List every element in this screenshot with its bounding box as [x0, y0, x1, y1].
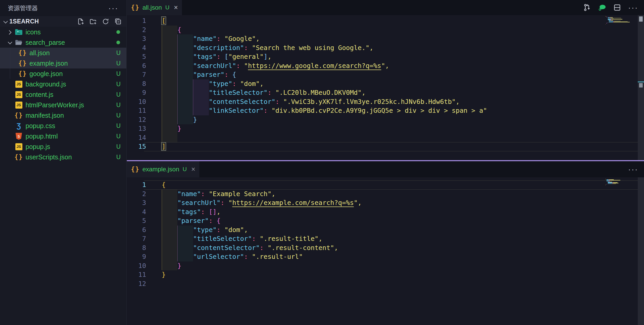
open-folder-icon [15, 39, 23, 46]
code-line-12: 12 } [127, 115, 644, 124]
code-line-1: 1{ [127, 180, 644, 190]
code-line-5: 5 "tags": ["general"], [127, 52, 644, 61]
untracked-badge: U [116, 102, 121, 109]
code-line-2: 2 "name": "Example Search", [127, 190, 644, 199]
code-line-6: 6 "searchUrl": "https://www.google.com/s… [127, 61, 644, 71]
overview-line-marker [639, 83, 643, 88]
explorer-section-header[interactable]: 1SEARCH [0, 16, 126, 27]
file-icon-box: {} [14, 153, 23, 161]
file-icon-box: {} [18, 49, 27, 57]
code-line-14: 14 [127, 133, 644, 142]
scrollbar-track[interactable] [638, 15, 644, 160]
tree-item-content-js[interactable]: JScontent.jsU [0, 89, 126, 100]
minimap-line [612, 19, 622, 20]
scrollbar-track[interactable] [638, 177, 644, 325]
minimap-line [605, 185, 606, 185]
line-number: 15 [127, 142, 146, 151]
tab-all-json[interactable]: {} all.json U × [127, 0, 182, 15]
minimap-line [621, 18, 621, 18]
tree-item-manifest-json[interactable]: {}manifest.jsonU [0, 110, 126, 121]
close-icon[interactable]: × [191, 165, 195, 173]
minimap-line [614, 22, 630, 22]
file-icon-box [14, 29, 23, 35]
code-text: "tags": [], [162, 208, 221, 217]
js-icon: JS [15, 81, 22, 88]
editor-group-bottom: {} example.json U × ··· 1{2 "name": "Exa… [127, 161, 644, 325]
tree-item-popup-html[interactable]: 5popup.htmlU [0, 131, 126, 141]
code-line-11: 11} [127, 270, 644, 279]
modified-dot-badge [116, 30, 120, 34]
tree-item-userScripts-json[interactable]: {}userScripts.jsonU [0, 152, 126, 162]
line-number: 13 [127, 124, 146, 133]
file-label: popup.js [26, 143, 50, 151]
json-icon: {} [18, 70, 27, 77]
refresh-icon[interactable] [102, 18, 109, 25]
line-number: 12 [127, 279, 146, 289]
chat-bubble-icon[interactable] [598, 4, 606, 11]
minimap-line [607, 17, 607, 17]
scrollbar-thumb[interactable] [639, 16, 643, 22]
modified-dot-badge [116, 41, 120, 44]
css-icon: Ʒ [17, 122, 21, 129]
chevron-box [5, 30, 14, 34]
minimap-line [609, 22, 613, 22]
line-number: 8 [127, 243, 146, 253]
minimap-line [607, 23, 607, 23]
new-file-icon[interactable] [77, 18, 84, 25]
more-actions-icon[interactable]: ··· [628, 165, 638, 174]
tree-item-example-json[interactable]: {}example.jsonU [0, 58, 126, 68]
tree-item-htmlParserWorker-js[interactable]: JShtmlParserWorker.jsU [0, 100, 126, 110]
code-editor-all-json[interactable]: 1[2 {3 "name": "Google",4 "description":… [127, 15, 644, 160]
untracked-badge: U [116, 122, 121, 129]
code-text: "linkSelector": "div.kb0PBd.cvP2Ce.A9Y9g… [162, 106, 487, 115]
file-icon-box: JS [14, 143, 23, 150]
tree-item-popup-css[interactable]: Ʒpopup.cssU [0, 121, 126, 131]
untracked-badge: U [116, 49, 121, 57]
untracked-badge: U [116, 133, 121, 140]
json-icon: {} [15, 112, 23, 119]
line-number: 2 [127, 26, 146, 35]
file-label: all.json [29, 49, 50, 57]
line-number: 11 [127, 106, 146, 115]
file-label: google.json [29, 70, 63, 78]
editor-split-sash[interactable] [127, 160, 644, 161]
code-text: [ [162, 16, 166, 26]
tree-item-all-json[interactable]: {}all.jsonU [0, 48, 126, 58]
code-line-8: 8 "type": "dom", [127, 79, 644, 89]
js-icon: JS [15, 102, 22, 109]
untracked-badge: U [116, 154, 121, 161]
json-file-icon: {} [131, 4, 140, 11]
close-icon[interactable]: × [174, 4, 178, 12]
sidebar-header: 资源管理器 ··· [0, 0, 126, 16]
line-number: 3 [127, 34, 146, 43]
line-number: 3 [127, 198, 146, 208]
code-editor-example-json[interactable]: 1{2 "name": "Example Search",3 "searchUr… [127, 177, 644, 325]
tree-item-google-json[interactable]: {}google.jsonU [0, 68, 126, 79]
images-folder-icon [15, 29, 23, 35]
code-line-5: 5 "parser": { [127, 216, 644, 226]
code-text: "contentSelector": ".VwiC3b.yXK7lf.lVm3y… [162, 97, 460, 107]
editor-actions-top: ··· [583, 0, 644, 15]
untracked-badge: U [116, 91, 121, 98]
more-actions-icon[interactable]: ··· [628, 3, 638, 12]
collapse-all-icon[interactable] [115, 18, 122, 25]
tree-item-search-parse[interactable]: search_parse [0, 37, 126, 48]
new-folder-icon[interactable] [90, 18, 97, 25]
json-file-icon: {} [131, 166, 140, 173]
tree-item-background-js[interactable]: JSbackground.jsU [0, 79, 126, 89]
compare-changes-icon[interactable] [583, 4, 591, 11]
split-editor-icon[interactable] [613, 4, 621, 11]
json-icon: {} [15, 153, 23, 161]
tab-example-json[interactable]: {} example.json U × [127, 161, 200, 177]
code-text: ] [162, 142, 166, 151]
line-number: 6 [127, 61, 146, 71]
code-line-11: 11 "linkSelector": "div.kb0PBd.cvP2Ce.A9… [127, 106, 644, 115]
code-text: "name": "Example Search", [162, 190, 276, 199]
tree-item-popup-js[interactable]: JSpopup.jsU [0, 141, 126, 152]
code-text: "urlSelector": ".result-url" [162, 252, 303, 261]
untracked-badge: U [116, 60, 121, 67]
code-line-8: 8 "contentSelector": ".result-content", [127, 243, 644, 253]
untracked-badge: U [116, 70, 121, 77]
tree-item-icons[interactable]: icons [0, 27, 126, 37]
sidebar-more-icon[interactable]: ··· [108, 4, 118, 12]
